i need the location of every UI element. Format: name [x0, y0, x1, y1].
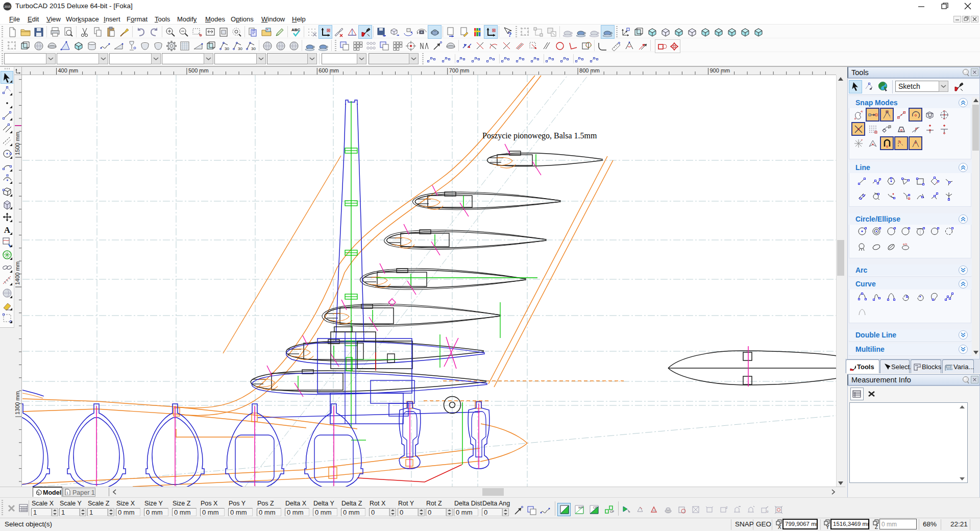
svg-text:900 mm: 900 mm — [710, 67, 730, 74]
svg-text:WP: WP — [578, 506, 583, 509]
svg-text:Y: Y — [826, 524, 829, 529]
svg-text:a:b: a:b — [903, 243, 908, 246]
svg-text:600 mm: 600 mm — [318, 67, 339, 74]
svg-text::: : — [888, 370, 889, 371]
svg-text:Y: Y — [861, 110, 863, 113]
svg-text:1400 mm: 1400 mm — [14, 261, 20, 285]
svg-text:CP: CP — [593, 506, 597, 509]
svg-text:400 mm: 400 mm — [58, 67, 79, 74]
svg-text:30: 30 — [251, 46, 256, 51]
svg-text:500 mm: 500 mm — [188, 67, 209, 74]
svg-text:2015: 2015 — [4, 5, 10, 8]
svg-text:800 mm: 800 mm — [579, 67, 600, 74]
svg-text:700 mm: 700 mm — [449, 67, 470, 74]
svg-text:30: 30 — [238, 46, 242, 51]
svg-text:Z: Z — [875, 524, 878, 529]
svg-text:0: 0 — [767, 510, 769, 513]
svg-text:1500 mm: 1500 mm — [14, 132, 20, 155]
svg-text:1300 mm: 1300 mm — [14, 391, 20, 415]
svg-text:30: 30 — [225, 46, 229, 51]
svg-text:?: ? — [508, 31, 511, 38]
svg-text:X: X — [778, 524, 781, 529]
svg-text:2: 2 — [726, 506, 728, 509]
svg-text:Poszycie pionowego, Balsa 1.5m: Poszycie pionowego, Balsa 1.5mm — [482, 131, 597, 140]
svg-text:1: 1 — [66, 491, 68, 495]
svg-text:CP: CP — [610, 510, 614, 513]
